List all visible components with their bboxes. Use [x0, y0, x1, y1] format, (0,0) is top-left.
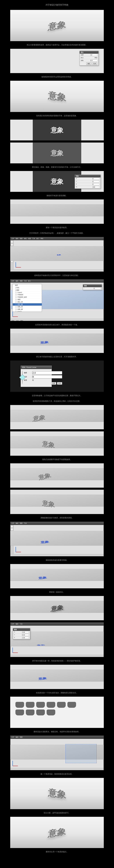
axis-gizmo-icon: [11, 759, 20, 767]
extrude-panel-title: 挤出: [80, 51, 99, 54]
menu-view[interactable]: 视图: [20, 279, 23, 283]
blob-piece: [47, 702, 55, 708]
scale-input[interactable]: [92, 186, 100, 188]
tree-item[interactable]: 场景: [13, 284, 42, 287]
logo-blue-persp-2[interactable]: 意象: [40, 540, 49, 544]
tool-select[interactable]: [11, 525, 13, 528]
status-bar: [10, 655, 104, 657]
z-input[interactable]: [92, 183, 100, 185]
blob-piece: [36, 702, 45, 708]
transform-panel: 变换 X Y Z %: [75, 175, 101, 189]
menu-window[interactable]: 窗口: [36, 237, 39, 240]
caption: 继续复制并旋转查看空间感。: [0, 557, 114, 563]
menu-help[interactable]: 帮助: [41, 237, 43, 240]
tool-select[interactable]: [11, 241, 13, 243]
menu-view[interactable]: 视图: [20, 736, 23, 739]
extrude-ok-button[interactable]: 确定: [86, 62, 91, 65]
tree-item[interactable]: │ ├ 倒角_意: [13, 306, 42, 308]
round-apply-button[interactable]: 应用: [51, 382, 56, 385]
menu-edit[interactable]: 编辑: [15, 522, 18, 525]
logo-render-2: 意象: [42, 439, 54, 450]
menu-camera[interactable]: 相机: [24, 237, 27, 240]
caption: 继续对字体进行变形调整。: [0, 193, 114, 198]
scale-panel: 缩放 X Y Z: [13, 628, 30, 639]
logo-imported-small[interactable]: 意象: [56, 254, 61, 256]
caption: 通过描边、拼接、拖拽、变换等方式绘制出字体，让它足够方正。: [0, 164, 114, 170]
extrude-cancel-button[interactable]: 取消: [92, 62, 98, 65]
depth-input[interactable]: [90, 54, 98, 56]
caption: 换一个角度渲染，检查倒角高光是否自然。: [0, 771, 114, 777]
x-input[interactable]: [92, 178, 100, 180]
scale-z-input[interactable]: [22, 637, 29, 639]
figure-round-dialog: 圆角 / Round Corner 偏移 分段 精度高 应用 关闭: [10, 361, 104, 392]
tool-move[interactable]: [11, 243, 13, 246]
figure-plane-extruded: 意象: [10, 329, 104, 353]
menu-tools[interactable]: 工具: [24, 522, 27, 525]
figure-darkbox-1: 意象: [10, 120, 104, 141]
tree-item[interactable]: │ ├ 字体路径_副本: [13, 296, 42, 299]
menu-tools[interactable]: 工具: [24, 279, 27, 283]
figure-app-scale: 文件 编辑 视图 工具 意象: [10, 522, 104, 556]
menu-file[interactable]: 文件: [11, 623, 14, 626]
figure-app-import: 文件 编辑 视图 相机 绘图 工具 窗口 帮助 意象: [10, 237, 104, 272]
shade-wheel-icon[interactable]: [22, 370, 23, 384]
extrude-panel: 挤出 深度 封口两端 倒角 确定 取消: [79, 51, 99, 66]
tree-item[interactable]: │ ├ Layer0: [13, 291, 42, 293]
tree-item[interactable]: │ ├ 字体路径: [13, 293, 42, 296]
tree-item[interactable]: ├ 样式: [13, 287, 42, 289]
rotate-input[interactable]: [94, 287, 101, 289]
logo-blue-persp-1[interactable]: 意象: [40, 340, 49, 345]
figure-render-1: 意象: [10, 405, 104, 429]
axis-gizmo-icon: [14, 260, 23, 268]
axis-gizmo-icon: [11, 646, 20, 654]
sz-label: Z: [14, 637, 15, 639]
outliner-tree[interactable]: 场景├ 样式├ 图层│ ├ Layer0│ ├ 字体路径│ ├ 字体路径_副本│…: [12, 284, 42, 312]
status-bar: [10, 270, 104, 272]
round-close-button[interactable]: 关闭: [57, 382, 62, 385]
offset-input[interactable]: [32, 371, 62, 374]
menu-draw[interactable]: 绘图: [28, 237, 31, 240]
logo-blue-flat[interactable]: 意象: [36, 644, 45, 646]
logo-blue-persp-3[interactable]: 意象: [38, 576, 47, 580]
menu-view[interactable]: 视图: [20, 522, 23, 525]
blob-piece: [15, 702, 24, 708]
axis-gizmo-icon: [11, 310, 20, 318]
logo-blue-persp-4[interactable]: 意象: [38, 677, 47, 681]
menu-file[interactable]: 文件: [11, 237, 14, 240]
depth-label: 深度: [81, 54, 83, 56]
logo-white-3: 意象: [51, 177, 63, 186]
caption: 使用软件的倒角/圆角工具，给边缘加上fillet，让高光可以过渡。: [0, 398, 114, 404]
figure-render-4: 意象: [10, 490, 104, 514]
menu-edit[interactable]: 编辑: [15, 237, 18, 240]
tree-item[interactable]: ├ 图层: [13, 289, 42, 291]
scale-x-input[interactable]: [22, 631, 29, 633]
seg-input[interactable]: [32, 375, 62, 378]
blob-piece: [15, 710, 24, 715]
caption: 复制几份观察不同角度下的透视效果。: [0, 457, 114, 462]
cap-value: 两端: [94, 57, 98, 59]
menu-file[interactable]: 文件: [11, 736, 14, 739]
tree-item[interactable]: │ ├ 地面: [13, 299, 42, 301]
figure-plane-blue-3: 意象: [10, 665, 104, 689]
tree-item[interactable]: │ ├ 挤出_意: [13, 301, 42, 303]
selection-marquee[interactable]: [66, 744, 97, 763]
tree-item[interactable]: │ ├ 挤出_象: [13, 303, 42, 306]
figure-app-scale-y: 文件 编辑 工具 意象 缩放 X Y Z: [10, 622, 104, 657]
sy-label: Y: [14, 634, 15, 636]
menu-edit[interactable]: 编辑: [15, 279, 18, 283]
menu-view[interactable]: 视图: [20, 237, 23, 240]
y-input[interactable]: [92, 181, 100, 182]
menu-window[interactable]: 窗口: [28, 279, 31, 283]
menu-tools[interactable]: 工具: [20, 623, 23, 626]
menu-file[interactable]: 文件: [11, 279, 14, 283]
blob-piece: [26, 710, 35, 715]
bevel-input[interactable]: [90, 60, 98, 61]
prec-value: 高: [32, 379, 34, 381]
figure-render-3: 意象: [10, 463, 104, 488]
tool-move[interactable]: [11, 528, 13, 530]
scale-y-input[interactable]: [22, 634, 29, 636]
menu-edit[interactable]: 编辑: [15, 623, 18, 626]
menu-file[interactable]: 文件: [11, 522, 14, 525]
menu-tools[interactable]: 工具: [32, 237, 35, 240]
menu-edit[interactable]: 编辑: [15, 736, 18, 739]
